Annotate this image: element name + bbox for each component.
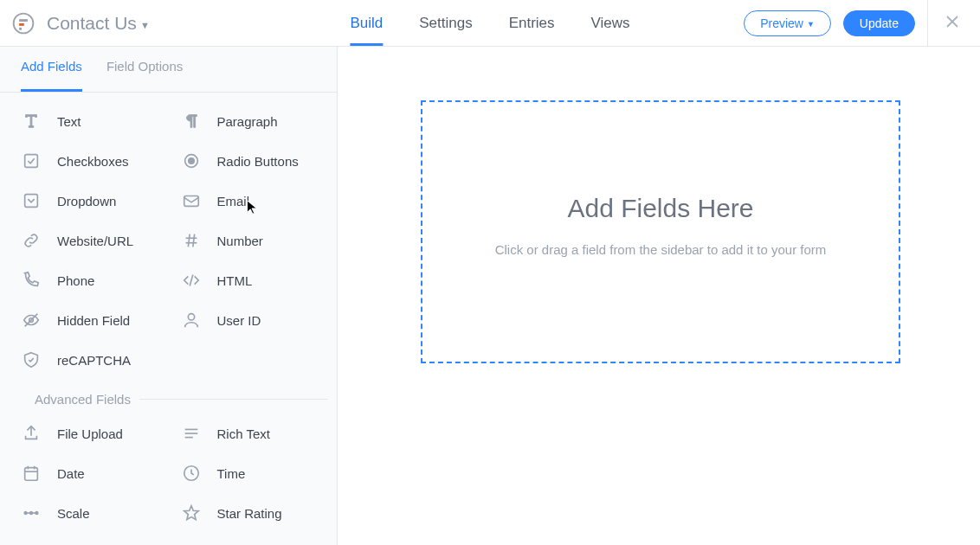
eye-off-icon <box>21 310 42 330</box>
scale-icon <box>21 503 42 523</box>
checkbox-icon <box>21 151 42 171</box>
svg-rect-3 <box>19 27 22 29</box>
field-paragraph[interactable]: Paragraph <box>169 101 329 141</box>
svg-line-14 <box>192 234 194 247</box>
field-checkboxes[interactable]: Checkboxes <box>9 141 169 181</box>
field-number[interactable]: Number <box>169 221 329 260</box>
tab-views[interactable]: Views <box>591 0 630 46</box>
email-icon <box>181 190 202 211</box>
svg-rect-22 <box>25 468 38 481</box>
field-url[interactable]: Website/URL <box>9 221 169 260</box>
field-rich-text[interactable]: Rich Text <box>169 414 329 453</box>
field-phone[interactable]: Phone <box>9 260 169 300</box>
svg-rect-10 <box>184 196 198 207</box>
form-title-text: Contact Us <box>47 13 137 34</box>
shield-check-icon <box>21 349 42 370</box>
link-icon <box>21 230 42 251</box>
star-icon <box>181 503 202 523</box>
field-userid[interactable]: User ID <box>169 300 329 340</box>
field-dropdown[interactable]: Dropdown <box>9 181 169 221</box>
section-advanced-fields: Advanced Fields <box>9 392 328 407</box>
preview-button[interactable]: Preview▼ <box>744 10 831 36</box>
user-icon <box>181 310 202 330</box>
calendar-icon <box>21 463 42 484</box>
svg-line-13 <box>188 234 190 247</box>
field-file-upload[interactable]: File Upload <box>9 414 169 453</box>
svg-line-15 <box>190 275 193 286</box>
svg-point-18 <box>188 314 194 320</box>
app-logo-icon <box>12 12 35 35</box>
dropzone-subtitle: Click or drag a field from the sidebar t… <box>495 242 827 257</box>
radio-icon <box>181 151 202 171</box>
text-icon <box>21 111 42 131</box>
upload-icon <box>21 423 42 444</box>
field-radio-buttons[interactable]: Radio Buttons <box>169 141 329 181</box>
field-email[interactable]: Email <box>169 181 329 221</box>
close-icon[interactable] <box>940 10 964 36</box>
dropdown-icon <box>21 190 42 211</box>
field-text[interactable]: Text <box>9 101 169 141</box>
phone-icon <box>21 270 42 291</box>
field-html[interactable]: HTML <box>169 260 329 300</box>
form-dropzone[interactable]: Add Fields Here Click or drag a field fr… <box>421 100 900 363</box>
field-star-rating[interactable]: Star Rating <box>169 493 329 533</box>
form-title-dropdown[interactable]: Contact Us ▼ <box>47 13 150 34</box>
field-recaptcha[interactable]: reCAPTCHA <box>9 340 169 380</box>
tab-entries[interactable]: Entries <box>509 0 555 46</box>
caret-down-icon: ▼ <box>807 20 815 29</box>
sidebar-tab-field-options[interactable]: Field Options <box>106 59 183 92</box>
clock-icon <box>181 463 202 484</box>
svg-point-8 <box>188 158 193 164</box>
tab-build[interactable]: Build <box>350 0 383 46</box>
sidebar-tab-add-fields[interactable]: Add Fields <box>21 59 82 92</box>
field-time[interactable]: Time <box>169 453 329 493</box>
field-date[interactable]: Date <box>9 453 169 493</box>
code-icon <box>181 270 202 291</box>
hash-icon <box>181 230 202 251</box>
chevron-down-icon: ▼ <box>140 20 150 30</box>
tab-settings[interactable]: Settings <box>419 0 472 46</box>
field-scale[interactable]: Scale <box>9 493 169 533</box>
svg-rect-9 <box>25 195 38 208</box>
svg-rect-2 <box>19 23 24 26</box>
svg-rect-6 <box>25 155 38 168</box>
paragraph-icon <box>181 111 202 131</box>
field-hidden[interactable]: Hidden Field <box>9 300 169 340</box>
divider <box>927 0 928 47</box>
rich-text-icon <box>181 423 202 444</box>
dropzone-title: Add Fields Here <box>567 194 753 223</box>
svg-rect-1 <box>19 19 28 22</box>
update-button[interactable]: Update <box>843 10 915 36</box>
